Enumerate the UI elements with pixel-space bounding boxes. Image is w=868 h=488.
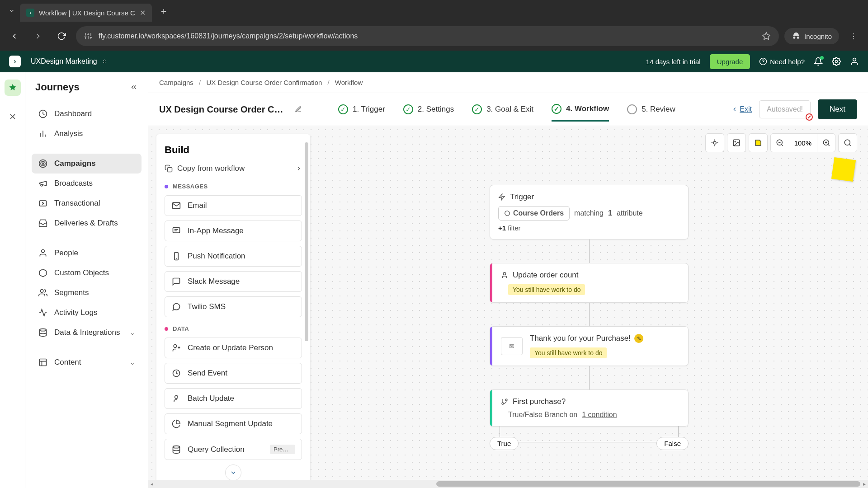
refresh-user-icon <box>171 394 181 403</box>
sidebar-item-deliveries[interactable]: Deliveries & Drafts <box>32 213 142 233</box>
block-slack[interactable]: Slack Message <box>165 271 302 292</box>
step-settings[interactable]: ✓2. Settings <box>403 104 454 122</box>
sticky-note[interactable] <box>831 157 856 182</box>
account-icon[interactable] <box>850 57 859 66</box>
sidebar-item-data-integrations[interactable]: Data & Integrations⌄ <box>32 323 142 343</box>
block-push[interactable]: Push Notification <box>165 246 302 267</box>
next-button[interactable]: Next <box>818 99 857 119</box>
block-label: Batch Update <box>188 394 234 403</box>
step-trigger[interactable]: ✓1. Trigger <box>338 104 385 122</box>
forward-button[interactable] <box>29 27 47 45</box>
email-thumbnail: ✉ <box>501 337 523 355</box>
settings-icon[interactable] <box>832 57 841 66</box>
step-label: 2. Settings <box>418 105 454 114</box>
block-label: In-App Message <box>188 226 244 235</box>
block-twilio[interactable]: Twilio SMS <box>165 296 302 317</box>
block-label: Send Event <box>188 369 227 378</box>
svg-point-20 <box>42 163 43 164</box>
image-button[interactable] <box>727 134 745 152</box>
tab-search-dropdown[interactable] <box>4 3 20 19</box>
breadcrumb: Campaigns / UX Design Course Order Confi… <box>148 72 868 93</box>
megaphone-icon <box>38 179 48 188</box>
new-tab-button[interactable]: ＋ <box>159 5 168 17</box>
block-inapp[interactable]: In-App Message <box>165 221 302 241</box>
step-label: 1. Trigger <box>353 105 385 114</box>
site-settings-icon[interactable] <box>84 32 92 40</box>
reload-button[interactable] <box>52 27 71 45</box>
bookmark-icon[interactable] <box>762 32 771 41</box>
node-title: Thank you for your Purchase! <box>530 334 631 343</box>
auto-layout-button[interactable] <box>706 134 724 152</box>
node-thank-you[interactable]: ✉ Thank you for your Purchase!✎ You stil… <box>490 326 689 366</box>
step-workflow[interactable]: ✓4. Workflow <box>552 104 609 122</box>
layout-icon <box>38 358 48 367</box>
workflow-canvas[interactable]: 100% Trigger Course Orders matching 1 at… <box>310 126 868 488</box>
exit-link[interactable]: Exit <box>731 105 752 113</box>
upgrade-button[interactable]: Upgrade <box>710 54 750 69</box>
sidebar-item-campaigns[interactable]: Campaigns <box>32 154 142 174</box>
rail-secondary[interactable] <box>5 108 21 125</box>
sidebar-item-broadcasts[interactable]: Broadcasts <box>32 174 142 193</box>
zoom-in-button[interactable] <box>817 134 835 152</box>
block-send-event[interactable]: Send Event <box>165 363 302 384</box>
back-button[interactable] <box>5 27 24 45</box>
svg-point-23 <box>40 290 43 293</box>
search-canvas-button[interactable] <box>839 134 857 152</box>
branch-true[interactable]: True <box>490 437 519 450</box>
sticky-note-button[interactable] <box>749 134 767 152</box>
notifications-icon[interactable] <box>814 57 823 66</box>
block-batch-update[interactable]: Batch Update <box>165 388 302 409</box>
svg-rect-28 <box>168 168 172 172</box>
step-review[interactable]: 5. Review <box>627 104 675 122</box>
sidebar-item-content[interactable]: Content⌄ <box>32 352 142 372</box>
app-logo[interactable]: › <box>9 56 21 67</box>
block-query-collection[interactable]: Query CollectionPremi… <box>165 439 302 460</box>
node-update-order[interactable]: Update order count You still have work t… <box>490 263 689 303</box>
rail-journeys[interactable] <box>5 80 21 96</box>
node-trigger[interactable]: Trigger Course Orders matching 1 attribu… <box>490 185 689 239</box>
svg-point-55 <box>844 140 850 145</box>
copy-from-workflow[interactable]: Copy from workflow <box>165 164 302 173</box>
sidebar-item-activity-logs[interactable]: Activity Logs <box>32 303 142 323</box>
edit-name-button[interactable] <box>295 106 302 113</box>
sidebar-item-custom-objects[interactable]: Custom Objects <box>32 263 142 283</box>
user-icon <box>501 272 508 279</box>
block-email[interactable]: Email <box>165 195 302 216</box>
trial-text: 14 days left in trial <box>646 58 701 66</box>
zoom-out-button[interactable] <box>771 134 789 152</box>
sidebar-item-analysis[interactable]: Analysis <box>32 124 142 144</box>
horizontal-scrollbar[interactable]: ◂ ▸ <box>148 480 868 488</box>
sidebar-item-transactional[interactable]: Transactional <box>32 193 142 213</box>
breadcrumb-campaigns[interactable]: Campaigns <box>159 79 193 86</box>
help-link[interactable]: Need help? <box>759 57 805 66</box>
block-manual-segment[interactable]: Manual Segment Update <box>165 413 302 434</box>
smartphone-icon <box>171 252 181 261</box>
sidebar-title: Journeys <box>35 81 80 93</box>
address-bar[interactable]: fly.customer.io/workspaces/160831/journe… <box>76 26 779 46</box>
step-goal-exit[interactable]: ✓3. Goal & Exit <box>472 104 533 122</box>
branch-condition-link[interactable]: 1 condition <box>582 411 617 419</box>
branch-false[interactable]: False <box>656 437 689 450</box>
scroll-down-button[interactable] <box>225 465 241 481</box>
trigger-segment-pill[interactable]: Course Orders <box>498 206 570 221</box>
collapse-icon[interactable] <box>130 83 138 91</box>
workspace-switcher[interactable]: UXDesign Marketing <box>31 57 107 66</box>
block-label: Query Collection <box>188 445 245 454</box>
node-first-purchase[interactable]: First purchase? True/False Branch on 1 c… <box>490 389 689 427</box>
incognito-badge[interactable]: Incognito <box>784 28 839 44</box>
sidebar-item-dashboard[interactable]: Dashboard <box>32 104 142 124</box>
breadcrumb-campaign-name[interactable]: UX Design Course Order Confirmation <box>206 79 322 86</box>
block-create-person[interactable]: Create or Update Person <box>165 338 302 358</box>
svg-marker-57 <box>499 194 505 200</box>
browser-menu-button[interactable]: ⋮ <box>844 32 863 41</box>
sidebar: Journeys Dashboard Analysis Campaigns Br… <box>25 72 148 488</box>
svg-point-19 <box>41 161 45 166</box>
more-prefix: +1 <box>498 224 506 232</box>
close-icon[interactable]: ✕ <box>140 9 146 17</box>
browser-tab[interactable]: › Workflow | UX Design Course C ✕ <box>20 4 152 22</box>
scrollbar[interactable] <box>305 142 308 341</box>
attr-word: attribute <box>617 209 643 217</box>
matching-text: matching <box>574 209 604 217</box>
sidebar-item-segments[interactable]: Segments <box>32 283 142 303</box>
sidebar-item-people[interactable]: People <box>32 243 142 263</box>
